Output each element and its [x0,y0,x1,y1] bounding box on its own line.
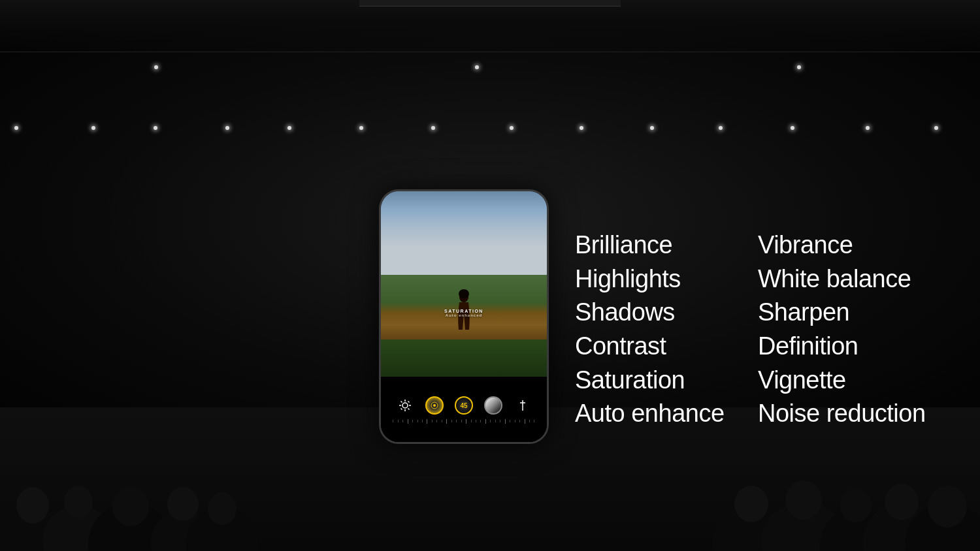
feature-vignette: Vignette [758,364,941,398]
feature-right-column: Vibrance White balance Sharpen Definitio… [758,228,941,431]
light-dot [154,126,157,130]
light-dot [14,126,18,130]
light-dot [225,126,229,130]
saturation-value-icon[interactable]: 45 [453,395,474,416]
phone-frame: SATURATION Auto enhanced [379,189,549,444]
filter-icon[interactable] [424,395,445,416]
wand-icon[interactable] [512,395,533,416]
svg-point-32 [840,488,872,522]
photo-sky [381,191,547,284]
photo-display: SATURATION Auto enhanced [381,191,547,377]
svg-point-2 [402,403,408,408]
feature-sharpen: Sharpen [758,296,941,330]
light-dot [475,65,479,69]
color-icon[interactable] [483,395,504,416]
svg-point-20 [16,487,49,524]
light-dot [287,126,291,130]
light-dot [719,126,723,130]
feature-left-column: Brilliance Highlights Shadows Contrast S… [575,228,758,431]
feature-saturation: Saturation [575,364,758,398]
feature-list: Brilliance Highlights Shadows Contrast S… [575,228,941,431]
feature-vibrance: Vibrance [758,228,941,262]
feature-definition: Definition [758,330,941,364]
svg-point-22 [112,487,149,526]
saturation-text: SATURATION [444,309,483,313]
svg-point-34 [928,486,967,527]
audience-silhouettes [0,420,980,551]
value-circle: 45 [455,396,473,415]
light-dot [791,126,794,130]
light-dot [359,126,363,130]
svg-line-7 [400,401,402,403]
svg-line-10 [400,409,402,410]
halftone-circle [484,396,502,415]
svg-point-31 [785,480,822,520]
svg-line-8 [408,409,409,410]
svg-point-23 [167,487,199,521]
saturation-sub-text: Auto enhanced [444,313,483,317]
phone-screen: SATURATION Auto enhanced [381,191,547,442]
svg-point-12 [433,404,436,407]
light-dot [154,65,158,69]
svg-point-33 [885,484,919,520]
light-dot [797,65,801,69]
svg-point-21 [64,486,93,518]
control-icons-row: 45 [384,395,544,416]
feature-highlights: Highlights [575,262,758,296]
light-dot [580,126,583,130]
svg-point-24 [208,492,237,525]
stage-ceiling [0,0,980,52]
feature-brilliance: Brilliance [575,228,758,262]
feature-shadows: Shadows [575,296,758,330]
filter-circle [425,396,444,415]
svg-line-9 [408,401,409,403]
svg-point-1 [459,289,469,298]
ceiling-bar [359,0,621,7]
brightness-icon[interactable] [395,395,416,416]
phone-mockup: SATURATION Auto enhanced [379,189,549,444]
light-dot [650,126,654,130]
feature-contrast: Contrast [575,330,758,364]
light-dot [510,126,514,130]
light-dot [91,126,95,130]
feature-white-balance: White balance [758,262,941,296]
light-dot [934,126,938,130]
light-dot [431,126,435,130]
light-dot [866,126,870,130]
saturation-overlay: SATURATION Auto enhanced [444,309,483,317]
svg-point-30 [734,486,768,522]
